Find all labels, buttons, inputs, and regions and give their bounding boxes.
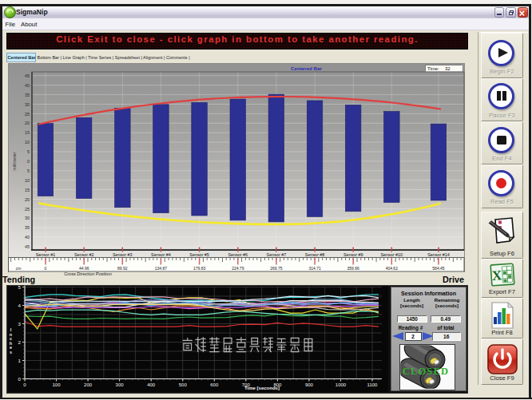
svg-text:CLOSED: CLOSED xyxy=(403,366,450,377)
svg-text:X: X xyxy=(491,267,502,283)
